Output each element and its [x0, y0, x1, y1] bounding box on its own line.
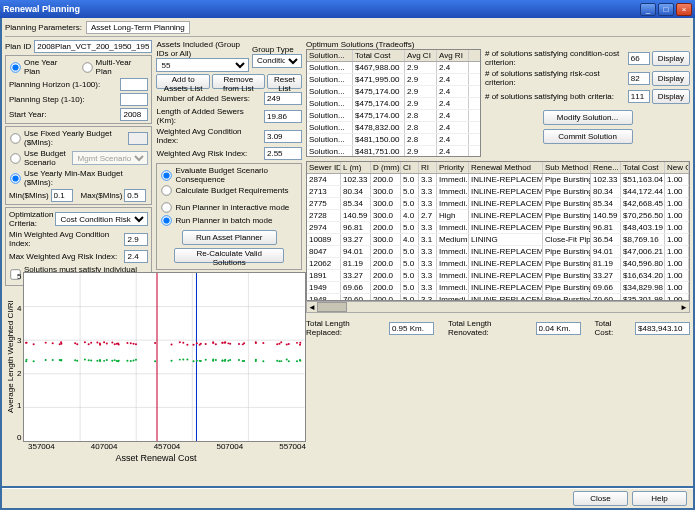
svg-point-58	[179, 341, 181, 343]
detail-grid[interactable]: Sewer IDL (m)D (mm)CIRIPriorityRenewal M…	[306, 161, 690, 301]
svg-point-110	[130, 360, 132, 362]
batch-radio[interactable]	[162, 215, 172, 225]
svg-point-29	[288, 343, 290, 345]
detail-row[interactable]: 194870.60200.05.03.3Immedi...INLINE-REPL…	[307, 294, 689, 301]
detail-row[interactable]: 194969.66200.05.03.3Immedi...INLINE-REPL…	[307, 282, 689, 294]
min-input[interactable]	[51, 189, 73, 202]
svg-point-104	[133, 359, 135, 361]
detail-row[interactable]: 2728140.59300.04.02.7HighINLINE-REPLACEM…	[307, 210, 689, 222]
svg-point-46	[255, 342, 257, 344]
mincond-input[interactable]	[124, 233, 148, 246]
horizon-input[interactable]	[120, 78, 148, 91]
budget-group: Use Fixed Yearly Budget ($Mlns): Use Bud…	[5, 126, 152, 205]
crit1-label: # of solutions satisfying condition-cost…	[485, 49, 628, 67]
tab-long-term-planning[interactable]: Asset Long-Term Planning	[86, 21, 190, 34]
step-input[interactable]	[120, 93, 148, 106]
detail-row[interactable]: 1008993.27300.04.03.1MediumLININGClose-F…	[307, 234, 689, 246]
svg-point-19	[187, 344, 189, 346]
svg-point-34	[193, 344, 195, 346]
svg-point-90	[215, 359, 217, 361]
fixed-budget-radio[interactable]	[10, 133, 20, 143]
help-button[interactable]: Help	[632, 491, 687, 506]
minimize-button[interactable]: _	[640, 3, 656, 16]
scenario-radio[interactable]	[10, 153, 20, 163]
remove-assets-button[interactable]: Remove from List	[212, 74, 265, 89]
svg-point-40	[26, 342, 28, 344]
optcrit-combo[interactable]: Cost Condition Risk	[55, 212, 148, 226]
grouptype-combo[interactable]: Condition	[252, 54, 302, 68]
chart-yticks: 543210	[15, 272, 23, 442]
eval-label: Evaluate Budget Scenario Consequence	[175, 166, 298, 184]
maxrisk-input[interactable]	[124, 250, 148, 263]
add-assets-button[interactable]: Add to Assets List	[156, 74, 209, 89]
multi-year-radio[interactable]	[82, 62, 92, 72]
scenario-combo: Mgmt Scenario	[72, 151, 148, 165]
detail-row[interactable]: 804794.01200.05.03.3Immedi...INLINE-REPL…	[307, 246, 689, 258]
assets-combo[interactable]: 55	[156, 58, 249, 72]
solution-row[interactable]: Solution...$475,174.002.92.4	[307, 98, 480, 110]
max-label: Max($Mlns)	[81, 191, 123, 200]
solution-row[interactable]: Solution...$478,832.002.82.4	[307, 122, 480, 134]
max-input[interactable]	[124, 189, 146, 202]
reset-list-button[interactable]: Reset List	[267, 74, 302, 89]
crit3-display-button[interactable]: Display	[652, 89, 690, 104]
close-dialog-button[interactable]: Close	[573, 491, 628, 506]
scroll-right-icon[interactable]: ►	[679, 303, 689, 312]
minmax-radio[interactable]	[10, 173, 20, 183]
detail-row[interactable]: 2874102.33200.05.03.3Immedi...INLINE-REP…	[307, 174, 689, 186]
svg-point-94	[193, 360, 195, 362]
svg-point-24	[279, 343, 281, 345]
svg-point-128	[299, 359, 301, 361]
svg-point-118	[179, 359, 181, 361]
svg-point-129	[104, 360, 106, 362]
solution-row[interactable]: Solution...$475,174.002.92.4	[307, 86, 480, 98]
svg-point-17	[300, 342, 302, 344]
svg-point-103	[213, 358, 215, 360]
svg-point-97	[75, 359, 77, 361]
close-button[interactable]: ×	[676, 3, 692, 16]
one-year-radio[interactable]	[10, 62, 20, 72]
run-planner-button[interactable]: Run Asset Planner	[182, 230, 277, 245]
svg-point-101	[127, 360, 129, 362]
minmax-label: Use Yearly Min-Max Budget ($Mlns):	[24, 169, 148, 187]
svg-point-121	[61, 359, 63, 361]
eval-radio[interactable]	[162, 170, 172, 180]
crit2-display-button[interactable]: Display	[652, 71, 690, 86]
detail-row[interactable]: 277585.34300.05.03.3Immedi...INLINE-REPL…	[307, 198, 689, 210]
recalc-button[interactable]: Re-Calculate Valid Solutions	[174, 248, 284, 263]
detail-hscroll[interactable]: ◄ ►	[306, 301, 690, 313]
svg-point-72	[281, 360, 283, 362]
tln-value	[536, 322, 581, 335]
svg-point-125	[97, 360, 99, 362]
svg-point-64	[118, 342, 120, 344]
startyear-input[interactable]	[120, 108, 148, 121]
commit-solution-button[interactable]: Commit Solution	[543, 129, 633, 144]
detail-row[interactable]: 297496.81200.05.03.3Immedi...INLINE-REPL…	[307, 222, 689, 234]
detail-row[interactable]: 1206281.19200.05.03.3Immedi...INLINE-REP…	[307, 258, 689, 270]
svg-point-106	[255, 359, 257, 361]
wcond-input	[264, 130, 302, 143]
svg-point-119	[228, 360, 230, 362]
solution-row[interactable]: Solution...$471,995.002.92.4	[307, 74, 480, 86]
scroll-left-icon[interactable]: ◄	[307, 303, 317, 312]
detail-row[interactable]: 271380.34300.05.03.3Immedi...INLINE-REPL…	[307, 186, 689, 198]
svg-point-109	[296, 360, 298, 362]
modify-solution-button[interactable]: Modify Solution...	[543, 110, 633, 125]
solution-row[interactable]: Solution...$481,751.002.92.4	[307, 146, 480, 157]
detail-row[interactable]: 189133.27200.05.03.3Immedi...INLINE-REPL…	[307, 270, 689, 282]
opt-title: Optimum Solutions (Tradeoffs)	[306, 40, 414, 49]
scroll-thumb[interactable]	[317, 302, 347, 312]
svg-point-105	[33, 360, 35, 362]
plan-id-input[interactable]	[34, 40, 152, 53]
svg-point-53	[171, 343, 173, 345]
solution-row[interactable]: Solution...$475,174.002.82.4	[307, 110, 480, 122]
solution-row[interactable]: Solution...$481,150.002.82.4	[307, 134, 480, 146]
solution-row[interactable]: Solution...$467,988.002.92.4	[307, 62, 480, 74]
calc-radio[interactable]	[162, 185, 172, 195]
maximize-button[interactable]: □	[658, 3, 674, 16]
svg-point-13	[196, 342, 198, 344]
crit1-display-button[interactable]: Display	[652, 51, 690, 66]
solutions-grid[interactable]: Solution...Total CostAvg CIAvg RISolutio…	[306, 49, 481, 157]
tlr-label: Total Length Replaced:	[306, 319, 385, 337]
interactive-radio[interactable]	[162, 202, 172, 212]
